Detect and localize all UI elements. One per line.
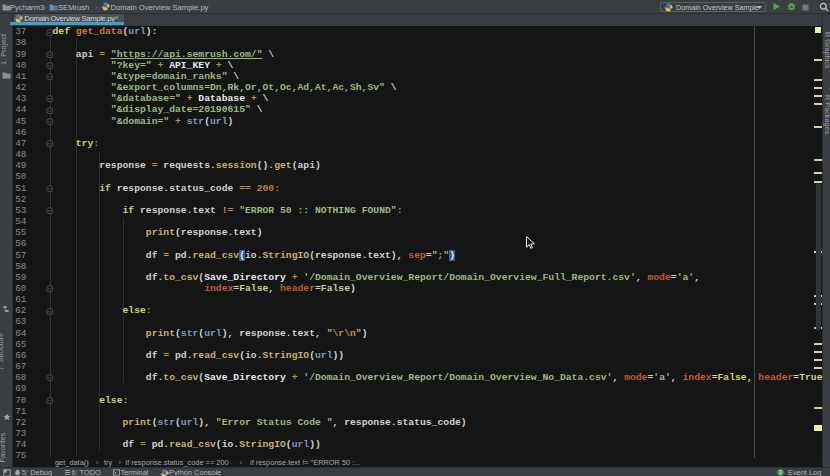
svg-text:1: 1 (779, 469, 782, 475)
